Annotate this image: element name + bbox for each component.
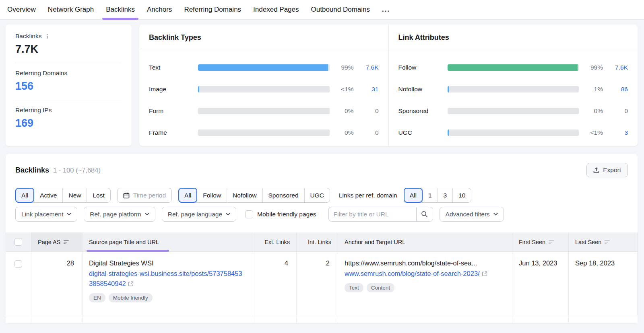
column-label: Source page Title and URL	[89, 239, 159, 245]
follow-filter-all[interactable]: All	[179, 188, 197, 202]
bar-count: 0	[359, 129, 379, 136]
column-label: Ext. Links	[264, 239, 290, 245]
summary-card: Backlinks 7.7K Referring Domains 156 Ref…	[6, 25, 132, 146]
tab-overview[interactable]: Overview	[7, 0, 36, 20]
chevron-down-icon	[67, 213, 71, 216]
bar-track	[198, 64, 330, 71]
bar-count-link[interactable]: 31	[359, 86, 379, 93]
backlinks-section-title: Backlinks	[15, 166, 49, 175]
search-button[interactable]	[416, 207, 433, 222]
status-filter-all[interactable]: All	[16, 188, 34, 202]
status-filter-lost[interactable]: Lost	[87, 188, 110, 202]
follow-filter-follow[interactable]: Follow	[197, 188, 227, 202]
page-as-cell: 28	[31, 251, 83, 316]
next-row-partial	[297, 316, 338, 323]
next-row-partial	[254, 316, 297, 323]
column-header-source[interactable]: Source page Title and URL	[83, 232, 254, 251]
referring-domains-stat-label: Referring Domains	[15, 70, 122, 77]
tab-network-graph[interactable]: Network Graph	[48, 0, 94, 20]
info-icon[interactable]	[45, 34, 50, 39]
bar-count-link[interactable]: 3	[609, 129, 628, 136]
bar-track	[448, 108, 579, 114]
backlink-types-panel: Backlink Types Text 99% 7.6K Image <1% 3…	[139, 25, 388, 146]
link-attributes-title: Link Attributes	[389, 25, 638, 50]
referring-domains-stat-value[interactable]: 156	[15, 80, 122, 92]
tab-indexed-pages[interactable]: Indexed Pages	[253, 0, 299, 20]
backlink-types-title: Backlink Types	[139, 25, 388, 50]
bar-percent: 0%	[335, 107, 354, 115]
links-per-domain-1[interactable]: 1	[422, 188, 438, 202]
target-url-link[interactable]: www.semrush.com/blog/state-of-search-202…	[345, 269, 502, 279]
links-per-domain-all[interactable]: All	[404, 188, 422, 202]
anchor-text: https://www.semrush.com/blog/state-of-se…	[345, 259, 506, 267]
links-per-domain-3[interactable]: 3	[438, 188, 453, 202]
bar-track	[198, 86, 330, 92]
bar-count-link[interactable]: 86	[609, 86, 628, 93]
column-label: Page AS	[38, 239, 60, 245]
status-filter-new[interactable]: New	[62, 188, 87, 202]
bar-label: Image	[149, 86, 192, 93]
tab-label: Network Graph	[48, 6, 94, 14]
column-label: Int. Links	[308, 239, 331, 245]
bar-fill	[198, 64, 328, 71]
tab-anchors[interactable]: Anchors	[147, 0, 172, 20]
time-period-button[interactable]: Time period	[117, 188, 172, 203]
status-filter-active[interactable]: Active	[34, 188, 62, 202]
bar-track	[198, 130, 330, 136]
column-header-anchor[interactable]: Anchor and Target URL	[338, 232, 512, 251]
anchor-cell: https://www.semrush.com/blog/state-of-se…	[338, 251, 512, 316]
chevron-down-icon	[145, 213, 149, 216]
tab-referring-domains[interactable]: Referring Domains	[184, 0, 241, 20]
export-button[interactable]: Export	[586, 163, 628, 177]
bar-count-link[interactable]: 7.6K	[609, 64, 628, 71]
filter-row-secondary: Link placement Ref. page platform Ref. p…	[6, 207, 638, 222]
ref-page-platform-dropdown[interactable]: Ref. page platform	[84, 207, 155, 222]
url-text: www.semrush.com/blog/state-of-search-202…	[345, 270, 480, 277]
follow-filter-sponsored[interactable]: Sponsored	[262, 188, 304, 202]
bar-label: Text	[149, 64, 192, 71]
ref-page-language-dropdown[interactable]: Ref. page language	[162, 207, 236, 222]
bar-fill	[198, 86, 199, 92]
column-header-ext-links[interactable]: Ext. Links	[254, 232, 297, 251]
advanced-filters-dropdown[interactable]: Advanced filters	[440, 207, 504, 222]
link-placement-dropdown[interactable]: Link placement	[15, 207, 77, 222]
bar-row-text: Text 99% 7.6K	[149, 64, 379, 71]
links-per-domain-10[interactable]: 10	[452, 188, 471, 202]
url-text: digital-strategies-wsi.business.site/pos…	[89, 270, 242, 287]
nav-more-button[interactable]: ...	[382, 6, 390, 14]
external-link-icon	[128, 281, 134, 287]
mobile-friendly-badge: Mobile friendly	[109, 293, 153, 302]
charts-card: Backlink Types Text 99% 7.6K Image <1% 3…	[139, 25, 638, 146]
referring-ips-stat-value[interactable]: 169	[15, 117, 122, 130]
next-row-partial	[31, 316, 83, 323]
column-label: Last Seen	[575, 239, 601, 245]
select-all-checkbox[interactable]	[14, 238, 22, 246]
top-navigation: Overview Network Graph Backlinks Anchors…	[0, 0, 644, 20]
row-checkbox[interactable]	[14, 260, 22, 268]
mobile-friendly-filter[interactable]: Mobile friendly pages	[245, 210, 316, 218]
bar-count-link[interactable]: 7.6K	[359, 64, 379, 71]
bar-label: UGC	[398, 129, 442, 136]
tab-backlinks[interactable]: Backlinks	[106, 0, 135, 20]
follow-filter-ugc[interactable]: UGC	[304, 188, 330, 202]
follow-filter-nofollow[interactable]: Nofollow	[227, 188, 262, 202]
bar-percent: <1%	[335, 86, 354, 93]
external-link-icon	[482, 271, 487, 277]
sort-icon	[64, 240, 69, 244]
bar-row-sponsored: Sponsored 0% 0	[398, 107, 628, 115]
search-icon	[421, 211, 428, 218]
search-input[interactable]	[328, 207, 416, 222]
tab-label: Outbound Domains	[311, 6, 370, 14]
column-header-last-seen[interactable]: Last Seen	[569, 232, 638, 251]
source-page-url-link[interactable]: digital-strategies-wsi.business.site/pos…	[89, 269, 244, 289]
bar-row-form: Form 0% 0	[149, 107, 379, 115]
bar-fill	[448, 130, 449, 136]
column-header-first-seen[interactable]: First Seen	[512, 232, 569, 251]
column-header-page-as[interactable]: Page AS	[31, 232, 83, 251]
chevron-down-icon	[226, 213, 230, 216]
export-label: Export	[603, 166, 621, 174]
column-header-int-links[interactable]: Int. Links	[297, 232, 338, 251]
mobile-friendly-checkbox[interactable]	[245, 210, 253, 218]
tab-outbound-domains[interactable]: Outbound Domains	[311, 0, 370, 20]
bar-label: Nofollow	[398, 86, 442, 93]
